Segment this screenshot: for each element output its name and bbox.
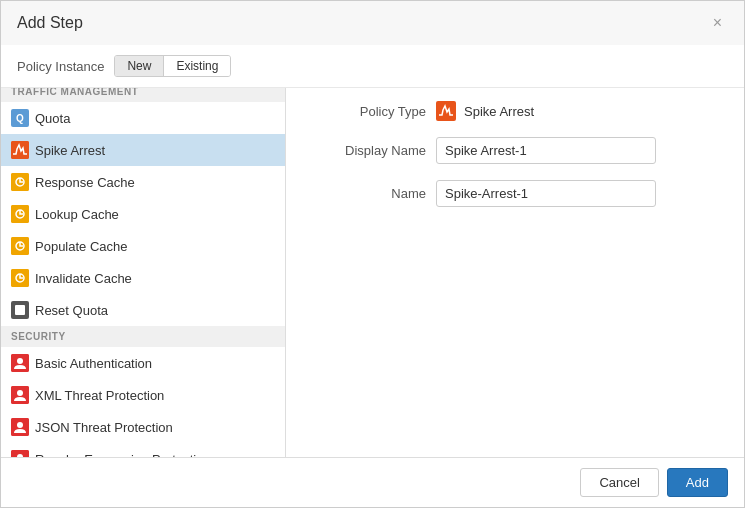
basic-auth-label: Basic Authentication bbox=[35, 356, 152, 371]
populate-cache-icon bbox=[11, 237, 29, 255]
section-security: SECURITY bbox=[1, 326, 285, 347]
json-threat-label: JSON Threat Protection bbox=[35, 420, 173, 435]
invalidate-cache-label: Invalidate Cache bbox=[35, 271, 132, 286]
response-cache-icon bbox=[11, 173, 29, 191]
tab-existing[interactable]: Existing bbox=[164, 56, 230, 76]
svg-point-14 bbox=[17, 390, 23, 396]
policy-instance-row: Policy Instance New Existing bbox=[1, 45, 744, 88]
name-label: Name bbox=[316, 186, 426, 201]
dialog-footer: Cancel Add bbox=[1, 457, 744, 507]
xml-threat-icon bbox=[11, 386, 29, 404]
basic-auth-icon bbox=[11, 354, 29, 372]
svg-point-12 bbox=[17, 358, 23, 364]
sidebar-item-xml-threat[interactable]: XML Threat Protection bbox=[1, 379, 285, 411]
quota-label: Quota bbox=[35, 111, 70, 126]
spike-arrest-icon bbox=[11, 141, 29, 159]
dialog-title: Add Step bbox=[17, 14, 83, 32]
sidebar-item-populate-cache[interactable]: Populate Cache bbox=[1, 230, 285, 262]
response-cache-label: Response Cache bbox=[35, 175, 135, 190]
sidebar-item-basic-auth[interactable]: Basic Authentication bbox=[1, 347, 285, 379]
sidebar-item-lookup-cache[interactable]: Lookup Cache bbox=[1, 198, 285, 230]
sidebar-item-quota[interactable]: Q Quota bbox=[1, 102, 285, 134]
policy-type-value: Spike Arrest bbox=[464, 104, 534, 119]
add-step-dialog: Add Step × Policy Instance New Existing … bbox=[0, 0, 745, 508]
sidebar-item-json-threat[interactable]: JSON Threat Protection bbox=[1, 411, 285, 443]
name-input[interactable] bbox=[436, 180, 656, 207]
regex-protection-icon bbox=[11, 450, 29, 457]
policy-instance-tabs: New Existing bbox=[114, 55, 231, 77]
sidebar-item-regex-protection[interactable]: Regular Expression Protection bbox=[1, 443, 285, 457]
reset-quota-label: Reset Quota bbox=[35, 303, 108, 318]
main-content: Policy Type Spike Arrest Display Name bbox=[286, 46, 744, 457]
display-name-label: Display Name bbox=[316, 143, 426, 158]
sidebar-item-invalidate-cache[interactable]: Invalidate Cache bbox=[1, 262, 285, 294]
close-button[interactable]: × bbox=[707, 13, 728, 33]
cancel-button[interactable]: Cancel bbox=[580, 468, 658, 497]
lookup-cache-label: Lookup Cache bbox=[35, 207, 119, 222]
add-button[interactable]: Add bbox=[667, 468, 728, 497]
display-name-input[interactable] bbox=[436, 137, 656, 164]
lookup-cache-icon bbox=[11, 205, 29, 223]
display-name-row: Display Name bbox=[316, 137, 714, 164]
name-row: Name bbox=[316, 180, 714, 207]
sidebar: TRAFFIC MANAGEMENT Q Quota Spike Arrest bbox=[1, 46, 286, 457]
policy-instance-label: Policy Instance bbox=[17, 59, 104, 74]
sidebar-item-response-cache[interactable]: Response Cache bbox=[1, 166, 285, 198]
dialog-body: TRAFFIC MANAGEMENT Q Quota Spike Arrest bbox=[1, 46, 744, 457]
tab-new[interactable]: New bbox=[115, 56, 164, 76]
policy-type-icon bbox=[436, 101, 456, 121]
policy-type-display: Spike Arrest bbox=[436, 101, 534, 121]
xml-threat-label: XML Threat Protection bbox=[35, 388, 164, 403]
sidebar-item-reset-quota[interactable]: Reset Quota bbox=[1, 294, 285, 326]
populate-cache-label: Populate Cache bbox=[35, 239, 128, 254]
svg-point-16 bbox=[17, 422, 23, 428]
sidebar-item-spike-arrest[interactable]: Spike Arrest bbox=[1, 134, 285, 166]
svg-rect-10 bbox=[15, 305, 25, 315]
dialog-header: Add Step × bbox=[1, 1, 744, 46]
json-threat-icon bbox=[11, 418, 29, 436]
policy-type-row: Policy Type Spike Arrest bbox=[316, 101, 714, 121]
invalidate-cache-icon bbox=[11, 269, 29, 287]
policy-type-label: Policy Type bbox=[316, 104, 426, 119]
spike-arrest-label: Spike Arrest bbox=[35, 143, 105, 158]
quota-icon: Q bbox=[11, 109, 29, 127]
reset-quota-icon bbox=[11, 301, 29, 319]
